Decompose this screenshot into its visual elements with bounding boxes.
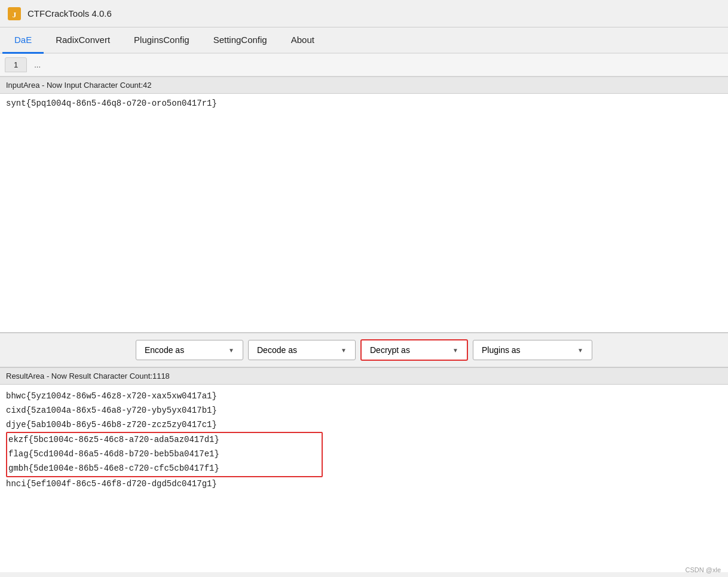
menu-bar: DaE RadixConvert PluginsConfig SettingCo… (0, 27, 728, 54)
decrypt-chevron-icon: ▼ (452, 347, 458, 354)
sub-tabs-bar: 1 ... (0, 54, 728, 76)
result-section: ResultArea - Now Result Character Count:… (0, 367, 728, 572)
decode-as-label: Decode as (257, 345, 297, 355)
tab-setting-config[interactable]: SettingConfig (201, 27, 279, 54)
watermark: CSDN @xle (686, 566, 721, 573)
list-item: bhwc{5yz1004z-86w5-46z8-x720-xax5xw0417a… (6, 389, 722, 404)
list-item: hnci{5ef1004f-86c5-46f8-d720-dgd5dc0417g… (6, 477, 722, 492)
tab-radix-convert[interactable]: RadixConvert (44, 27, 122, 54)
result-area-header: ResultArea - Now Result Character Count:… (0, 367, 728, 385)
java-icon: J (6, 5, 23, 22)
sub-tab-1[interactable]: 1 (5, 57, 27, 72)
tab-dae[interactable]: DaE (2, 27, 44, 54)
decrypt-as-label: Decrypt as (370, 345, 410, 355)
input-area-header: InputArea - Now Input Character Count:42 (0, 76, 728, 94)
tab-about[interactable]: About (279, 27, 326, 54)
list-item: cixd{5za1004a-86x5-46a8-y720-yby5yx0417b… (6, 404, 722, 418)
input-section: InputArea - Now Input Character Count:42… (0, 76, 728, 333)
toolbar: Encode as ▼ Decode as ▼ Decrypt as ▼ Plu… (0, 333, 728, 367)
tab-plugins-config[interactable]: PluginsConfig (122, 27, 201, 54)
list-item: ekzf{5bc1004c-86z5-46c8-a720-ada5az0417d… (8, 433, 320, 447)
list-item: gmbh{5de1004e-86b5-46e8-c720-cfc5cb0417f… (8, 462, 320, 476)
plugins-chevron-icon: ▼ (577, 347, 583, 354)
plugins-as-label: Plugins as (482, 345, 521, 355)
result-text-area[interactable]: bhwc{5yz1004z-86w5-46z8-x720-xax5xw0417a… (0, 385, 728, 572)
encode-as-label: Encode as (145, 345, 184, 355)
sub-tab-more[interactable]: ... (29, 58, 45, 72)
decode-chevron-icon: ▼ (341, 347, 347, 354)
svg-text:J: J (13, 10, 17, 19)
plugins-as-button[interactable]: Plugins as ▼ (473, 340, 592, 360)
highlight-box: ekzf{5bc1004c-86z5-46c8-a720-ada5az0417d… (6, 432, 323, 477)
main-content: 1 ... InputArea - Now Input Character Co… (0, 54, 728, 572)
list-item: flag{5cd1004d-86a5-46d8-b720-beb5ba0417e… (8, 447, 320, 462)
app-title: CTFCrackTools 4.0.6 (27, 8, 112, 19)
list-item: djye{5ab1004b-86y5-46b8-z720-zcz5zy0417c… (6, 418, 722, 432)
input-text-area[interactable]: synt{5pq1004q-86n5-46q8-o720-oro5on0417r… (0, 94, 728, 333)
decrypt-as-button[interactable]: Decrypt as ▼ (360, 339, 468, 361)
encode-as-button[interactable]: Encode as ▼ (136, 340, 243, 360)
title-bar: J CTFCrackTools 4.0.6 (0, 0, 728, 27)
encode-chevron-icon: ▼ (228, 347, 234, 354)
decode-as-button[interactable]: Decode as ▼ (248, 340, 356, 360)
